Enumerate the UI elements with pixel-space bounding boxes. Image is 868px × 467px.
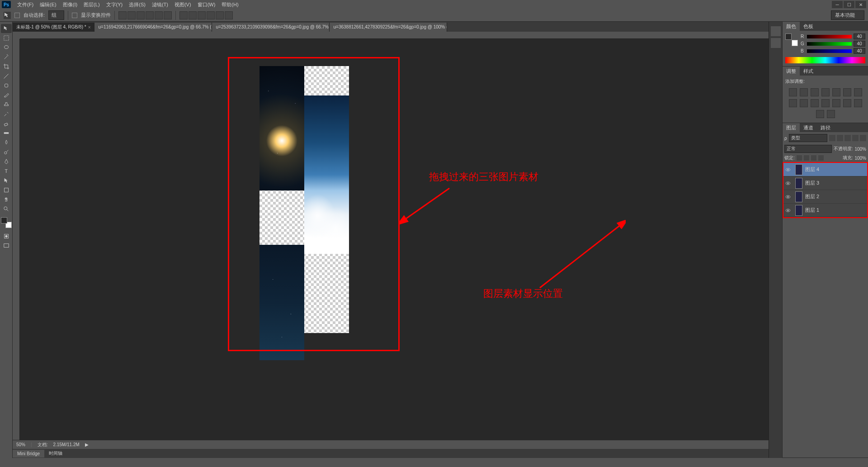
document-canvas[interactable] xyxy=(259,66,349,333)
document-tab[interactable]: u=2539637233,2109039098&fm=26&gp=0.jpg @… xyxy=(212,23,330,32)
menu-type[interactable]: 文字(Y) xyxy=(104,0,126,9)
layer-row[interactable]: 图层 2 xyxy=(783,190,867,204)
close-button[interactable]: ✕ xyxy=(855,1,866,8)
eyedropper-tool[interactable] xyxy=(1,71,12,81)
layer-name[interactable]: 图层 3 xyxy=(805,180,819,186)
menu-edit[interactable]: 编辑(E) xyxy=(37,0,59,9)
tab-mini-bridge[interactable]: Mini Bridge xyxy=(13,450,44,457)
visibility-toggle[interactable] xyxy=(783,208,793,213)
opacity-value[interactable]: 100% xyxy=(854,147,866,152)
colorlookup-icon[interactable] xyxy=(821,99,830,107)
distribute-bottom-icon[interactable] xyxy=(198,11,206,19)
lock-all-icon[interactable] xyxy=(818,155,824,161)
foreground-color-swatch[interactable] xyxy=(1,217,7,224)
selective-color-icon[interactable] xyxy=(827,110,835,118)
layer-thumbnail[interactable] xyxy=(795,191,802,202)
lock-pixels-icon[interactable] xyxy=(804,155,809,161)
zoom-level[interactable]: 50% xyxy=(16,442,25,447)
document-tab[interactable]: u=3638812661,4278309225&fm=26&gp=0.jpg @… xyxy=(330,23,447,32)
b-slider[interactable] xyxy=(807,49,852,53)
levels-icon[interactable] xyxy=(800,88,808,96)
color-swatches[interactable] xyxy=(785,33,798,46)
align-vcenter-icon[interactable] xyxy=(127,11,136,19)
photofilter-icon[interactable] xyxy=(800,99,808,107)
lock-transparency-icon[interactable] xyxy=(797,155,802,161)
pen-tool[interactable] xyxy=(1,157,12,166)
tab-color[interactable]: 颜色 xyxy=(783,22,800,31)
quickmask-tool[interactable] xyxy=(1,232,12,241)
align-left-icon[interactable] xyxy=(146,11,154,19)
tab-timeline[interactable]: 时间轴 xyxy=(44,449,67,458)
layer-kind-select[interactable]: 类型 xyxy=(789,134,827,142)
curves-icon[interactable] xyxy=(811,88,819,96)
layer-thumbnail[interactable] xyxy=(795,178,802,189)
lasso-tool[interactable] xyxy=(1,43,12,52)
brush-tool[interactable] xyxy=(1,91,12,100)
filter-shape-icon[interactable] xyxy=(852,135,859,141)
visibility-toggle[interactable] xyxy=(783,167,793,172)
brightness-icon[interactable] xyxy=(789,88,797,96)
horizontal-ruler[interactable] xyxy=(20,32,769,39)
layer-name[interactable]: 图层 4 xyxy=(805,166,819,173)
close-icon[interactable]: × xyxy=(88,25,91,30)
menu-file[interactable]: 文件(F) xyxy=(14,0,36,9)
auto-select-dropdown[interactable]: 组 xyxy=(48,10,64,20)
menu-view[interactable]: 视图(V) xyxy=(172,0,194,9)
eraser-tool[interactable] xyxy=(1,119,12,128)
align-top-icon[interactable] xyxy=(118,11,127,19)
color-swatch[interactable] xyxy=(1,217,12,228)
blend-mode-select[interactable]: 正常 xyxy=(784,145,832,153)
fill-value[interactable]: 100% xyxy=(854,156,866,161)
r-value[interactable]: 40 xyxy=(854,33,865,39)
wand-tool[interactable] xyxy=(1,52,12,62)
filter-type-icon[interactable] xyxy=(844,135,851,141)
auto-select-checkbox[interactable] xyxy=(14,13,20,18)
vertical-ruler[interactable] xyxy=(13,39,20,440)
stamp-tool[interactable] xyxy=(1,100,12,109)
g-slider[interactable] xyxy=(807,42,852,46)
align-bottom-icon[interactable] xyxy=(137,11,145,19)
layer-name[interactable]: 图层 1 xyxy=(805,207,819,214)
shape-tool[interactable] xyxy=(1,186,12,195)
distribute-vcenter-icon[interactable] xyxy=(189,11,197,19)
color-spectrum[interactable] xyxy=(785,57,865,63)
distribute-hcenter-icon[interactable] xyxy=(216,11,224,19)
layer-image-sky-clouds[interactable] xyxy=(304,95,349,254)
tab-paths[interactable]: 路径 xyxy=(817,123,834,132)
dodge-tool[interactable] xyxy=(1,148,12,157)
minimize-button[interactable]: ─ xyxy=(832,1,843,8)
canvas[interactable]: 拖拽过来的三张图片素材 图层素材显示位置 xyxy=(20,39,769,440)
g-value[interactable]: 40 xyxy=(854,41,865,47)
hue-icon[interactable] xyxy=(843,88,851,96)
menu-help[interactable]: 帮助(H) xyxy=(219,0,241,9)
properties-panel-icon[interactable] xyxy=(771,38,781,48)
r-slider[interactable] xyxy=(807,35,852,38)
posterize-icon[interactable] xyxy=(843,99,851,107)
history-brush-tool[interactable] xyxy=(1,110,12,119)
distribute-left-icon[interactable] xyxy=(207,11,215,19)
layer-row[interactable]: 图层 1 xyxy=(783,204,867,217)
layer-thumbnail[interactable] xyxy=(795,205,802,216)
distribute-right-icon[interactable] xyxy=(225,11,233,19)
menu-window[interactable]: 窗口(W) xyxy=(195,0,218,9)
move-tool[interactable] xyxy=(1,24,12,33)
filter-pixel-icon[interactable] xyxy=(829,135,835,141)
chevron-right-icon[interactable]: ▶ xyxy=(85,442,89,447)
workspace-selector[interactable]: 基本功能 xyxy=(831,10,864,20)
screenmode-tool[interactable] xyxy=(1,241,12,250)
bw-icon[interactable] xyxy=(789,99,797,107)
gradient-tool[interactable] xyxy=(1,129,12,138)
menu-layer[interactable]: 图层(L) xyxy=(81,0,102,9)
align-right-icon[interactable] xyxy=(164,11,172,19)
marquee-tool[interactable] xyxy=(1,33,12,43)
history-panel-icon[interactable] xyxy=(771,26,781,36)
threshold-icon[interactable] xyxy=(854,99,862,107)
invert-icon[interactable] xyxy=(832,99,840,107)
document-tab[interactable]: 未标题-1 @ 50% (图层 4, RGB/8) *× xyxy=(13,23,94,32)
hand-tool[interactable] xyxy=(1,195,12,204)
distribute-top-icon[interactable] xyxy=(179,11,188,19)
show-transform-checkbox[interactable] xyxy=(72,13,77,18)
tab-styles[interactable]: 样式 xyxy=(800,67,817,76)
layer-row[interactable]: 图层 4 xyxy=(783,163,867,176)
layer-image-stars[interactable] xyxy=(259,245,304,360)
